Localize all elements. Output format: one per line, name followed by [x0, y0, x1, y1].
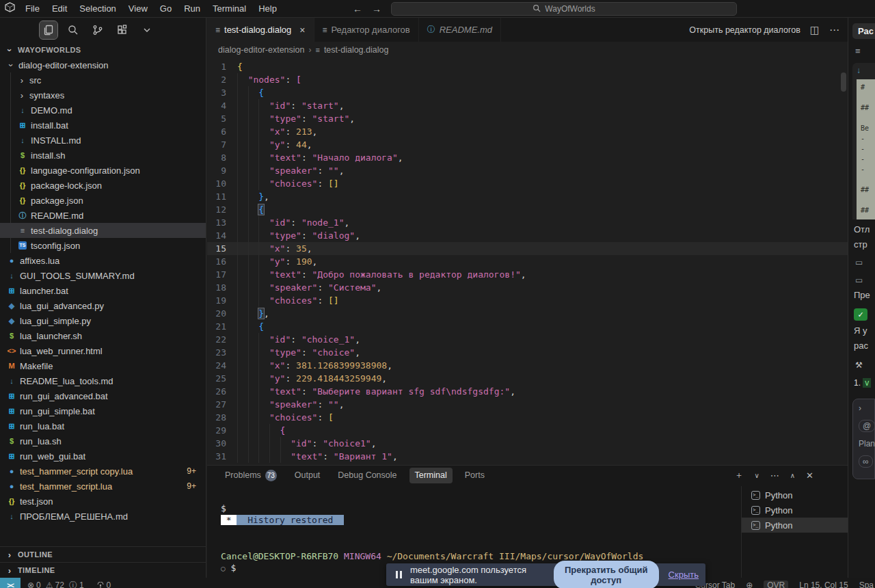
code-line[interactable]: 21{	[207, 320, 848, 333]
editor-scrollbar[interactable]	[841, 72, 846, 92]
close-icon[interactable]: ×	[299, 25, 305, 36]
explorer-item[interactable]: ↓DEMO.md	[0, 103, 206, 118]
code-line[interactable]: 27"speaker": "",	[207, 398, 848, 411]
open-dialog-editor-action[interactable]: Открыть редактор диалогов	[689, 25, 800, 35]
explorer-item[interactable]: TStsconfig.json	[0, 238, 206, 253]
code-line[interactable]: 17"text": "Добро пожаловать в редактор д…	[207, 268, 848, 281]
forward-icon[interactable]: →	[372, 3, 381, 14]
stop-sharing-button[interactable]: Прекратить общий доступ	[554, 561, 659, 588]
code-line[interactable]: 1{	[207, 60, 848, 73]
cursor-position[interactable]: Ln 15, Col 15	[799, 580, 848, 588]
menu-help[interactable]: Help	[252, 0, 283, 18]
explorer-item[interactable]: {}package.json	[0, 193, 206, 208]
explorer-item[interactable]: $install.sh	[0, 148, 206, 163]
explorer-item[interactable]: ⊞launcher.bat	[0, 283, 206, 298]
outline-section[interactable]: › OUTLINE	[0, 546, 206, 562]
panel-tab-ports[interactable]: Ports	[459, 468, 490, 483]
files-icon[interactable]	[40, 21, 57, 39]
explorer-item[interactable]: <>lua_web_runner.html	[0, 343, 206, 358]
menu-view[interactable]: View	[122, 0, 154, 18]
explorer-item[interactable]: ⊞run_gui_advanced.bat	[0, 388, 206, 403]
breadcrumb[interactable]: dialog-editor-extension › ≡ test-dialog.…	[207, 42, 848, 58]
code-line[interactable]: 8"text": "Начало диалога",	[207, 151, 848, 164]
code-line[interactable]: 23"type": "choice",	[207, 346, 848, 359]
code-line[interactable]: 6"x": 213,	[207, 125, 848, 138]
explorer-item[interactable]: ◆lua_gui_advanced.py	[0, 298, 206, 313]
terminal-dropdown-icon[interactable]: ∨	[754, 472, 759, 479]
code-line[interactable]: 24"x": 381.1268399938908,	[207, 359, 848, 372]
ports-status[interactable]: 0	[96, 580, 111, 588]
code-line[interactable]: 10"choices": []	[207, 177, 848, 190]
infinity-icon[interactable]: ∞	[859, 455, 873, 468]
panel-tab-output[interactable]: Output	[289, 468, 326, 483]
panel-tab-problems[interactable]: Problems73	[219, 468, 282, 483]
explorer-item[interactable]: ⊞run_lua.bat	[0, 418, 206, 433]
screencast-icon[interactable]: ⊕	[746, 580, 753, 588]
code-line[interactable]: 3{	[207, 86, 848, 99]
menu-terminal[interactable]: Terminal	[206, 0, 252, 18]
split-editor-icon[interactable]: ◫	[810, 24, 820, 36]
explorer-item[interactable]: ⓘREADME.md	[0, 208, 206, 223]
explorer-item[interactable]: ●test_hammer_script.lua9+	[0, 479, 206, 494]
code-editor[interactable]: 1{2"nodes": [3{4"id": "start",5"type": "…	[207, 58, 848, 463]
extensions-icon[interactable]	[113, 21, 131, 39]
source-control-icon[interactable]	[89, 21, 107, 39]
problems-status[interactable]: ⊗0 ⚠72 ⓘ1	[27, 580, 84, 588]
explorer-item[interactable]: ⊞run_gui_simple.bat	[0, 403, 206, 418]
menu-file[interactable]: File	[19, 0, 46, 18]
explorer-item[interactable]: ⊞run_web_gui.bat	[0, 449, 206, 464]
remote-indicator[interactable]: ><	[0, 578, 21, 588]
close-panel-icon[interactable]: ✕	[806, 470, 813, 481]
tab-README.md[interactable]: ⓘREADME.md	[419, 18, 501, 42]
explorer-item[interactable]: ●test_hammer_script copy.lua9+	[0, 464, 206, 479]
explorer-item[interactable]: ⊞install.bat	[0, 118, 206, 133]
panel-tab-debug-console[interactable]: Debug Console	[332, 468, 402, 483]
explorer-item[interactable]: {}language-configuration.json	[0, 163, 206, 178]
explorer-item[interactable]: $run_lua.sh	[0, 433, 206, 449]
explorer-item[interactable]: ›dialog-editor-extension	[0, 57, 206, 72]
chevron-down-icon[interactable]	[138, 21, 156, 39]
explorer-item[interactable]: ≡test-dialog.dialog	[0, 223, 206, 238]
explorer-item[interactable]: {}package-lock.json	[0, 178, 206, 193]
terminal-list-item[interactable]: >_Python	[742, 503, 848, 518]
code-line[interactable]: 7"y": 44,	[207, 138, 848, 151]
code-line[interactable]: 28"choices": [	[207, 411, 848, 424]
explorer-item[interactable]: {}test.json	[0, 494, 206, 509]
code-line[interactable]: 30"id": "choice1",	[207, 437, 848, 450]
explorer-item[interactable]: ↓INSTALL.md	[0, 133, 206, 148]
command-center-search[interactable]: WayOfWorlds	[391, 2, 737, 16]
code-line[interactable]: 29{	[207, 424, 848, 437]
new-terminal-icon[interactable]: ＋	[734, 469, 743, 481]
menu-run[interactable]: Run	[178, 0, 206, 18]
menu-edit[interactable]: Edit	[46, 0, 73, 18]
code-line[interactable]: 5"type": "start",	[207, 112, 848, 125]
code-line[interactable]: 18"speaker": "Система",	[207, 281, 848, 294]
explorer-section-header[interactable]: › WAYOFWORLDS	[0, 42, 206, 57]
indentation-status[interactable]: Spa	[859, 580, 874, 588]
overtype-indicator[interactable]: OVR	[764, 580, 788, 588]
code-line[interactable]: 16"y": 190,	[207, 255, 848, 268]
explorer-item[interactable]: ↓ПРОБЛЕМА_РЕШЕНА.md	[0, 509, 206, 524]
code-line[interactable]: 11},	[207, 190, 848, 203]
code-line[interactable]: 2"nodes": [	[207, 73, 848, 86]
code-line[interactable]: 12{	[207, 203, 848, 216]
hide-link[interactable]: Скрыть	[669, 570, 699, 580]
terminal-list-item[interactable]: >_Python	[742, 518, 848, 533]
code-line[interactable]: 15"x": 35,	[207, 242, 848, 255]
explorer-item[interactable]: ↓README_lua_tools.md	[0, 373, 206, 388]
code-line[interactable]: 22"id": "choice_1",	[207, 333, 848, 346]
panel-more-icon[interactable]: ⋯	[770, 470, 779, 481]
code-line[interactable]: 31"text": "Вариант 1",	[207, 450, 848, 463]
plan-mode-label[interactable]: Plan	[859, 439, 874, 449]
code-line[interactable]: 26"text": "Выберите вариант sfg sdf\ndsf…	[207, 385, 848, 398]
code-line[interactable]: 25"y": 229.418443259949,	[207, 372, 848, 385]
code-line[interactable]: 13"id": "node_1",	[207, 216, 848, 229]
chat-input[interactable]: › @ Plan ∞	[852, 399, 875, 479]
explorer-item[interactable]: ›syntaxes	[0, 88, 206, 103]
explorer-item[interactable]: MMakefile	[0, 358, 206, 373]
back-icon[interactable]: ←	[353, 3, 362, 14]
more-actions-icon[interactable]: ⋯	[829, 24, 839, 36]
search-sidebar-icon[interactable]	[64, 21, 82, 39]
explorer-item[interactable]: $lua_launcher.sh	[0, 328, 206, 343]
maximize-panel-icon[interactable]: ∧	[790, 472, 795, 479]
